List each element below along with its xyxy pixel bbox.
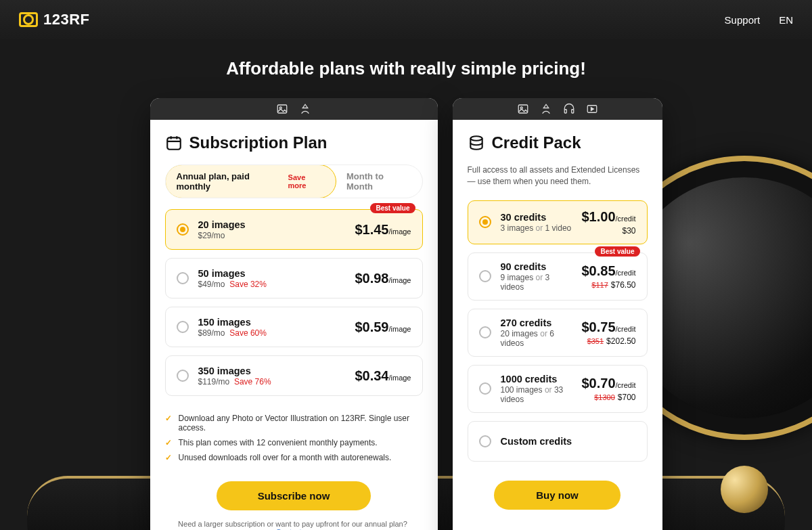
svg-rect-5 <box>564 110 566 113</box>
credit-description: Full access to all assets and Extended L… <box>468 164 648 188</box>
check-icon: ✓ <box>165 414 172 423</box>
credit-card: Credit Pack Full access to all assets an… <box>453 98 662 530</box>
audio-icon <box>563 103 575 115</box>
hero-title: Affordable plans with really simple pric… <box>226 58 586 79</box>
radio-icon <box>177 272 189 284</box>
credit-title: Credit Pack <box>468 133 648 152</box>
image-icon <box>517 103 529 115</box>
stack-icon <box>468 134 485 152</box>
sub-option-50[interactable]: 50 images $49/mo Save 32% $0.98/image <box>165 258 423 299</box>
radio-icon <box>479 326 491 338</box>
card-header-icons <box>453 98 662 120</box>
brand-logo[interactable]: 123RF <box>19 11 90 28</box>
credit-option-custom[interactable]: Custom credits <box>468 421 648 462</box>
check-icon: ✓ <box>165 438 172 447</box>
check-icon: ✓ <box>165 453 172 462</box>
credit-option-90[interactable]: Best value 90 credits 9 images or 3 vide… <box>468 252 648 301</box>
subscription-footnote: Need a larger subscription or want to pa… <box>165 520 423 530</box>
annual-toggle[interactable]: Annual plan, paid monthly Save more <box>165 164 337 198</box>
calendar-icon <box>165 134 183 152</box>
video-icon <box>586 103 598 115</box>
subscription-card: Subscription Plan Annual plan, paid mont… <box>150 98 438 530</box>
image-icon <box>276 103 288 115</box>
best-value-badge: Best value <box>595 246 639 257</box>
radio-icon <box>177 223 189 236</box>
sub-option-150[interactable]: 150 images $89/mo Save 60% $0.59/image <box>165 307 423 347</box>
buy-button[interactable]: Buy now <box>494 481 620 510</box>
credit-option-30[interactable]: 30 credits 3 images or 1 video $1.00/cre… <box>468 200 648 244</box>
brand-name: 123RF <box>43 11 90 28</box>
best-value-badge: Best value <box>370 203 415 213</box>
radio-icon <box>479 382 491 395</box>
subscribe-button[interactable]: Subscribe now <box>217 481 371 510</box>
monthly-toggle[interactable]: Month to Month <box>336 165 422 198</box>
radio-icon <box>479 435 491 447</box>
sub-option-350[interactable]: 350 images $119/mo Save 76% $0.34/image <box>165 355 423 396</box>
svg-rect-2 <box>167 137 181 149</box>
credit-option-1000[interactable]: 1000 credits 100 images or 33 videos $0.… <box>468 365 648 413</box>
radio-icon <box>177 370 189 382</box>
sub-option-20[interactable]: Best value 20 images $29/mo $1.45/image <box>165 209 423 250</box>
svg-point-8 <box>470 136 482 141</box>
subscription-title: Subscription Plan <box>165 133 423 152</box>
radio-icon <box>479 216 491 228</box>
svg-rect-6 <box>571 110 573 113</box>
main-content: Affordable plans with really simple pric… <box>0 39 812 530</box>
support-link[interactable]: Support <box>725 14 761 26</box>
top-nav: Support EN <box>725 14 793 26</box>
vector-icon <box>299 103 311 115</box>
svg-rect-3 <box>518 105 528 113</box>
billing-toggle: Annual plan, paid monthly Save more Mont… <box>165 164 423 198</box>
credit-option-270[interactable]: 270 credits 20 images or 6 videos $0.75/… <box>468 309 648 357</box>
radio-icon <box>177 321 189 333</box>
svg-rect-0 <box>277 105 287 113</box>
vector-icon <box>540 103 552 115</box>
radio-icon <box>479 270 491 282</box>
subscription-features: ✓Download any Photo or Vector Illustrati… <box>165 408 423 468</box>
card-header-icons <box>150 98 438 120</box>
camera-icon <box>19 12 38 27</box>
top-bar: 123RF Support EN <box>0 0 812 39</box>
language-selector[interactable]: EN <box>779 14 793 26</box>
